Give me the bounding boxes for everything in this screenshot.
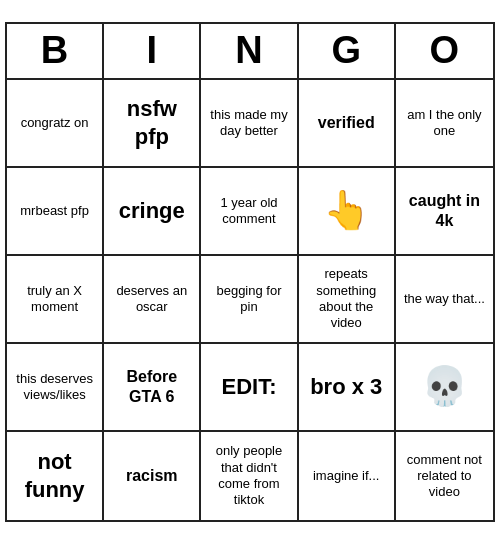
bingo-cell: 👆 [299,168,396,256]
bingo-cell: 💀 [396,344,493,432]
bingo-letter: G [299,24,396,78]
bingo-header: BINGO [7,24,493,80]
bingo-cell: nsfw pfp [104,80,201,168]
bingo-cell: mrbeast pfp [7,168,104,256]
bingo-cell: congratz on [7,80,104,168]
bingo-cell: deserves an oscar [104,256,201,344]
bingo-letter: N [201,24,298,78]
bingo-cell: begging for pin [201,256,298,344]
bingo-cell: EDIT: [201,344,298,432]
bingo-cell: the way that... [396,256,493,344]
bingo-cell: bro x 3 [299,344,396,432]
bingo-letter: B [7,24,104,78]
bingo-card: BINGO congratz onnsfw pfpthis made my da… [5,22,495,522]
bingo-letter: I [104,24,201,78]
bingo-cell: this made my day better [201,80,298,168]
bingo-grid: congratz onnsfw pfpthis made my day bett… [7,80,493,520]
bingo-cell: caught in 4k [396,168,493,256]
bingo-letter: O [396,24,493,78]
bingo-cell: comment not related to video [396,432,493,520]
bingo-cell: this deserves views/likes [7,344,104,432]
cell-emoji: 💀 [421,363,468,411]
bingo-cell: truly an X moment [7,256,104,344]
bingo-cell: only people that didn't come from tiktok [201,432,298,520]
bingo-cell: Before GTA 6 [104,344,201,432]
cell-emoji: 👆 [323,187,370,235]
bingo-cell: racism [104,432,201,520]
bingo-cell: imagine if... [299,432,396,520]
bingo-cell: cringe [104,168,201,256]
bingo-cell: 1 year old comment [201,168,298,256]
bingo-cell: not funny [7,432,104,520]
bingo-cell: verified [299,80,396,168]
bingo-cell: am I the only one [396,80,493,168]
bingo-cell: repeats something about the video [299,256,396,344]
